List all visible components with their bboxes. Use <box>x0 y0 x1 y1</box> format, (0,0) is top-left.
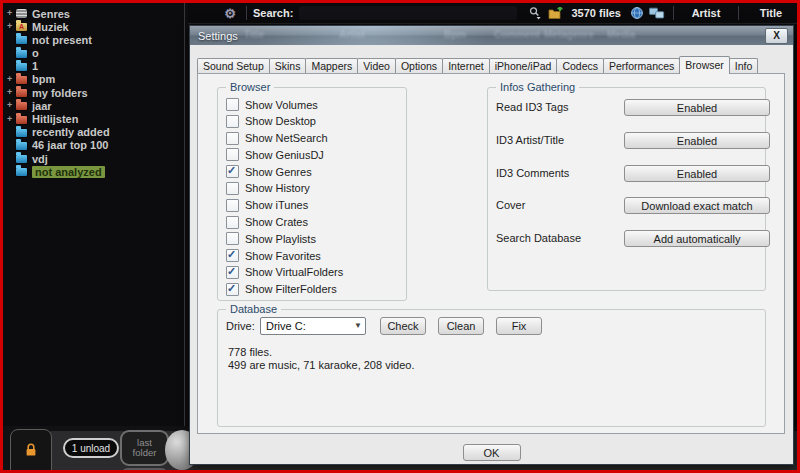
sidebar-item-label: 46 jaar top 100 <box>32 139 108 151</box>
checkbox-label: Show History <box>245 182 310 194</box>
info-row-label: Read ID3 Tags <box>496 101 569 113</box>
checkbox-box[interactable] <box>226 148 239 161</box>
add-folder-icon[interactable] <box>547 7 563 20</box>
tab-info[interactable]: Info <box>729 58 759 73</box>
sidebar-item-recently-added[interactable]: recently added <box>3 126 184 139</box>
checkbox-label: Show GeniusDJ <box>245 149 324 161</box>
unload-button[interactable]: 1 unload <box>63 438 119 458</box>
tab-iphone-ipad[interactable]: iPhone/iPad <box>489 58 558 73</box>
tab-performances[interactable]: Performances <box>603 58 680 73</box>
checkbox-show-filterfolders[interactable]: Show FilterFolders <box>226 283 402 296</box>
dialog-body: Sound Setup Skins Mappers Video Options … <box>190 45 793 464</box>
folder-icon <box>16 89 27 97</box>
checkbox-show-desktop[interactable]: Show Desktop <box>226 115 402 128</box>
checkbox-box[interactable] <box>226 249 239 262</box>
filter-folder-icon <box>16 23 27 31</box>
search-database-button[interactable]: Add automatically <box>624 230 770 247</box>
checkbox-show-volumes[interactable]: Show Volumes <box>226 98 402 111</box>
ghost-column-header: Title <box>244 29 264 40</box>
checkbox-box[interactable] <box>226 182 239 195</box>
tab-browser[interactable]: Browser <box>679 56 730 74</box>
folder-icon <box>16 129 27 137</box>
checkbox-show-favorites[interactable]: Show Favorites <box>226 249 402 262</box>
dialog-titlebar[interactable]: Settings Title Artist Bpm Comment Metage… <box>190 26 793 45</box>
checkbox-show-virtualfolders[interactable]: Show VirtualFolders <box>226 266 402 279</box>
sidebar-item-46-jaar-top-100[interactable]: 46 jaar top 100 <box>3 139 184 152</box>
tab-mappers[interactable]: Mappers <box>305 58 358 73</box>
checkbox-box[interactable] <box>226 232 239 245</box>
expander-icon[interactable]: + <box>7 9 16 18</box>
dialog-title: Settings <box>198 30 238 42</box>
close-icon[interactable]: X <box>765 28 788 44</box>
sidebar-item-muziek[interactable]: +Muziek <box>3 20 184 33</box>
clean-button[interactable]: Clean <box>438 317 484 335</box>
sidebar-item-not-present[interactable]: not present <box>3 33 184 46</box>
check-button[interactable]: Check <box>380 317 426 335</box>
lock-button[interactable] <box>10 429 52 473</box>
checkbox-box[interactable] <box>226 216 239 229</box>
checkbox-box[interactable] <box>226 132 239 145</box>
gear-icon[interactable]: ⚙ <box>222 7 238 20</box>
column-header-title[interactable]: Title <box>745 7 797 19</box>
id3-artist-title-button[interactable]: Enabled <box>624 132 770 149</box>
checkbox-box[interactable] <box>226 115 239 128</box>
checkbox-box[interactable] <box>226 165 239 178</box>
sidebar-item-genres[interactable]: +Genres <box>3 7 184 20</box>
checkbox-box[interactable] <box>226 266 239 279</box>
checkbox-box[interactable] <box>226 283 239 296</box>
checkbox-show-itunes[interactable]: Show iTunes <box>226 199 402 212</box>
expander-icon[interactable]: + <box>7 115 16 124</box>
ghost-column-header: Metagenre <box>544 29 594 40</box>
checkbox-box[interactable] <box>226 199 239 212</box>
tab-sound-setup[interactable]: Sound Setup <box>197 58 270 73</box>
info-row-search-database: Search Database Add automatically <box>488 230 765 247</box>
sidebar-item-o[interactable]: o <box>3 47 184 60</box>
column-header-artist[interactable]: Artist <box>680 7 732 19</box>
sidebar-item-jaar[interactable]: +jaar <box>3 99 184 112</box>
checkbox-show-netsearch[interactable]: Show NetSearch <box>226 132 402 145</box>
checkbox-list: Show Volumes Show Desktop Show NetSearch… <box>226 98 402 300</box>
checkbox-show-history[interactable]: Show History <box>226 182 402 195</box>
checkbox-show-crates[interactable]: Show Crates <box>226 216 402 229</box>
search-options-icon[interactable] <box>527 6 543 20</box>
folder-icon <box>16 155 27 163</box>
checkbox-show-playlists[interactable]: Show Playlists <box>226 232 402 245</box>
sidebar-item-my-folders[interactable]: +my folders <box>3 86 184 99</box>
id3-comments-button[interactable]: Enabled <box>624 165 770 182</box>
expander-icon[interactable]: + <box>7 75 16 84</box>
tab-codecs[interactable]: Codecs <box>556 58 604 73</box>
infos-group-title: Infos Gathering <box>496 81 579 94</box>
expander-icon[interactable]: + <box>7 22 16 31</box>
tab-internet[interactable]: Internet <box>442 58 490 73</box>
ok-button[interactable]: OK <box>463 444 521 461</box>
fix-button[interactable]: Fix <box>496 317 542 335</box>
cover-button[interactable]: Download exact match <box>624 197 770 214</box>
sidebar-item-hitlijsten[interactable]: +Hitlijsten <box>3 113 184 126</box>
checkbox-show-genres[interactable]: Show Genres <box>226 165 402 178</box>
genres-icon <box>16 9 27 18</box>
expander-icon[interactable]: + <box>7 101 16 110</box>
drive-select[interactable]: Drive C: ▼ <box>260 317 366 335</box>
sidebar-item-bpm[interactable]: +bpm <box>3 73 184 86</box>
sidebar-item-1[interactable]: 1 <box>3 60 184 73</box>
folder-icon <box>16 116 27 124</box>
partial-button[interactable] <box>120 468 169 473</box>
files-count: 3570 files <box>571 7 621 19</box>
lock-icon <box>23 442 39 462</box>
checkbox-box[interactable] <box>226 98 239 111</box>
read-id3-tags-button[interactable]: Enabled <box>624 99 770 116</box>
sidebar-item-label: not present <box>32 34 92 46</box>
tab-skins[interactable]: Skins <box>269 58 307 73</box>
checkbox-show-geniusdj[interactable]: Show GeniusDJ <box>226 148 402 161</box>
search-input[interactable] <box>299 6 517 20</box>
sidebar-item-not-analyzed[interactable]: not analyzed <box>3 165 184 178</box>
sidebar-item-vdj[interactable]: vdj <box>3 152 184 165</box>
tab-options[interactable]: Options <box>395 58 443 73</box>
expander-icon[interactable]: + <box>7 88 16 97</box>
drive-label: Drive: <box>226 320 260 332</box>
network-monitors-icon[interactable] <box>649 7 665 20</box>
netsearch-globe-icon[interactable] <box>629 6 645 20</box>
folder-icon <box>16 76 27 84</box>
last-folder-button[interactable]: last folder <box>120 430 169 466</box>
tab-video[interactable]: Video <box>357 58 396 73</box>
